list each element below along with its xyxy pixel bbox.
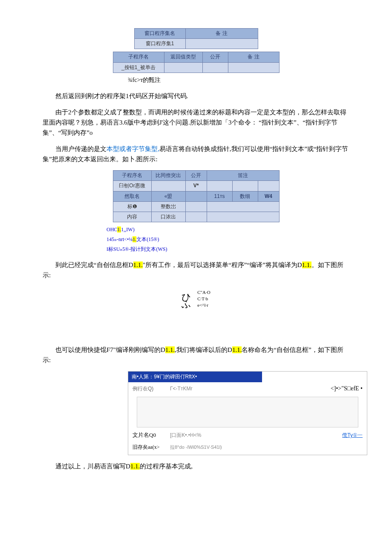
p4c: "所有工作，最后可以选择菜单“程序”“编译”将其编译为D	[143, 262, 302, 268]
caption-1: ¾fc>т的甄注	[43, 76, 349, 85]
th-remark: 备 注	[185, 29, 258, 39]
th-progset-name: 窗口程序集名	[134, 29, 185, 39]
r3c4	[207, 201, 279, 212]
p5a: 也可以使用快捷馄F7"编译刚刚编写的D	[55, 346, 165, 353]
th-return-type: 返回值类型	[164, 52, 202, 62]
th-subprog: 子程序名	[113, 52, 164, 62]
program-set-table-top: 窗口程序集名 备 注 窗口程序集1	[134, 28, 258, 49]
label-type: 旧存矣aa(x>	[133, 443, 162, 451]
cl1b: 1.	[117, 227, 121, 232]
value-filename: [口面K•.•H<%	[170, 431, 201, 439]
r4c1: 内容	[113, 212, 151, 222]
p4d: 1.1.	[302, 262, 312, 268]
p4a: 到此已经完成“自创信息框D	[55, 262, 133, 268]
tiny-lines: C"A·O C·T·b e<^l·r	[197, 289, 210, 309]
para-1: 然后返回到刚才的程序架1代码区开始编写代码.	[43, 91, 349, 101]
td-empty3	[228, 62, 279, 73]
r3c3	[185, 201, 207, 212]
r1c6	[258, 181, 279, 191]
td-progset-1: 窗口程序集1	[134, 39, 185, 49]
dialog-title: 南•人第：9¥门的碑田仃RftX•	[128, 372, 262, 382]
th2-remark: 笛注	[207, 171, 279, 181]
value-type: 拉8°do -IWi0%S1V·S41l)	[170, 444, 222, 451]
r4c2: 口浓出	[151, 212, 185, 222]
code-line-1: OHC1.1,,IW)	[107, 225, 349, 235]
r1c2	[151, 181, 185, 191]
r2c3	[185, 191, 207, 201]
th2-subprog: 子程序名	[113, 171, 151, 181]
p6b: 1.1.	[130, 463, 140, 470]
squiggles: ゝ ひ ふ	[182, 291, 191, 307]
figure-save-dialog: 南•人第：9¥门的碑田仃RftX• 例行在Q) Γ<-TтKMr <]•>"S□…	[43, 371, 349, 456]
para-3: 当用户传递的是文本型或者字节集型,易语言将自动转换成指针,我们可以使用“指针到文…	[43, 144, 349, 164]
code-line-2: 145»-nrt<•⅛1.文本(15®)	[107, 235, 349, 244]
th2-public: 公开	[185, 171, 207, 181]
para-6: 通过以上，川易语言编写D1.1.的过程序基本完成,	[43, 461, 349, 471]
link-type-text: 本型或者字节集型,	[107, 145, 159, 152]
r1c3: V*	[185, 181, 207, 191]
p6c: 的过程序基本完成,	[140, 463, 193, 470]
p5c: ,我们将编译以后的D	[175, 346, 232, 353]
sq2: ふ	[182, 301, 191, 307]
cl2c: 文本(15®)	[136, 236, 159, 242]
para-5: 也可以使用快捷馄F7"编译刚刚编写的D1.1.,我们将编译以后的D1.1.名称命…	[43, 345, 349, 365]
th-remark2: 备 注	[228, 52, 279, 62]
cl1c: 1,,IW)	[121, 227, 134, 232]
p6a: 通过以上，川易语言编写D	[55, 463, 130, 470]
label-look-in: 例行在Q)	[133, 385, 162, 393]
r3c2: 整数岀	[151, 201, 185, 212]
tl1: C"A·O	[197, 289, 210, 296]
r2c2: «盟	[151, 191, 185, 201]
value-look-in: Γ<-TтKMr	[170, 385, 192, 393]
cl1a: OHC	[107, 227, 117, 232]
save-dialog: 南•人第：9¥门的碑田仃RftX• 例行在Q) Γ<-TтKMr <]•>"S□…	[128, 371, 367, 456]
para-3a: 当用户传递的是文	[55, 145, 107, 152]
file-list	[137, 397, 358, 427]
para-2: 由于2个参数都定义成了整数型，而调用的时候传递过来的标题和内容一定是文本型的，那…	[43, 107, 349, 138]
r3c1: 标❶	[113, 201, 151, 212]
td-progset-remark	[185, 39, 258, 49]
r1c4	[207, 181, 232, 191]
r2c5: 数细	[232, 191, 258, 201]
code-sample: OHC1.1,,IW) 145»-nrt<•⅛1.文本(15®) I标SU»5®…	[43, 225, 349, 254]
p5d: 1.1.	[232, 346, 242, 353]
program-set-table-sub: 子程序名 返回值类型 公开 备 注 _按钮1_被单击	[113, 52, 280, 73]
th2-out: 比同僚突出	[151, 171, 185, 181]
cl2b: 1.	[133, 236, 136, 242]
td-empty2	[202, 62, 228, 73]
figure-subprogram-table: 子程序名 比同僚突出 公开 笛注 臼刨Or惠微 V* 然取名 «盟	[43, 170, 349, 222]
r1c5	[232, 181, 258, 191]
r4c3	[185, 212, 207, 222]
cl2a: 145»-nrt<•⅛	[107, 236, 133, 242]
subprogram-table: 子程序名 比同僚突出 公开 笛注 臼刨Or惠微 V* 然取名 «盟	[113, 170, 280, 222]
figure-program-set-table: 窗口程序集名 备 注 窗口程序集1 子程序名 返回值类型 公开 备 注 _按钮1…	[43, 28, 349, 85]
label-filename: 文片名Q0	[133, 431, 162, 440]
r2c4: 11тs	[207, 191, 232, 201]
para-4: 到此已经完成“自创信息框D1.1."所有工作，最后可以选择菜单“程序”“编译”将…	[43, 260, 349, 280]
td-empty1	[164, 62, 202, 73]
th-public: 公开	[202, 52, 228, 62]
td-button-click: _按钮1_被单击	[113, 62, 164, 73]
r1c1: 臼刨Or惠微	[113, 181, 151, 191]
tl2: C·T·b	[197, 296, 210, 302]
figure-cslashes: ゝ ひ ふ C"A·O C·T·b e<^l·r	[43, 286, 349, 308]
r4c4	[207, 212, 279, 222]
code-line-3: I标SU»5®-报计到文本(WS)	[107, 244, 349, 254]
p5b: 1.1.	[165, 346, 175, 353]
r2c1: 然取名	[113, 191, 151, 201]
tl3: e<^l·r	[197, 302, 210, 308]
p4b: 1.1.	[133, 262, 143, 268]
right-note: <]•>"S□efE •	[331, 384, 363, 393]
r2c6: W4	[258, 191, 279, 201]
link-save: 傥Ty①一	[342, 431, 363, 439]
